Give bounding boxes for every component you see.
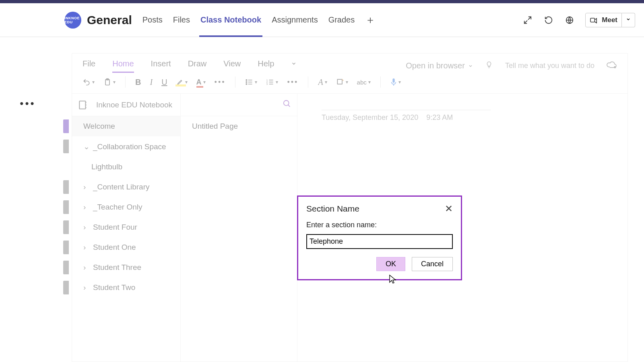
team-avatar[interactable]: INKNOE EDU [64, 12, 81, 29]
svg-point-5 [246, 80, 248, 81]
search-icon[interactable] [283, 99, 291, 110]
chevron-right-icon: › [83, 183, 89, 191]
onenote-ribbon-tabs: File Home Insert Draw View Help Open in … [72, 53, 627, 72]
channel-name: General [87, 13, 132, 27]
section-student-one[interactable]: ›Student One [72, 237, 180, 257]
sync-status-icon[interactable] [607, 60, 617, 71]
bullet-list-button[interactable]: ▾ [245, 78, 257, 86]
section-student-two[interactable]: ›Student Two [72, 278, 180, 298]
numbered-list-icon: 123 [266, 78, 274, 86]
section-student-three[interactable]: ›Student Three [72, 257, 180, 278]
title-underline [322, 110, 491, 110]
section-welcome[interactable]: Welcome [72, 116, 180, 136]
paragraph-more-icon[interactable]: ••• [287, 78, 298, 86]
more-apps-icon[interactable]: ••• [20, 97, 35, 110]
bullet-list-icon [245, 78, 253, 86]
reload-icon[interactable] [543, 15, 554, 25]
section-lightbulb[interactable]: Lightbulb [72, 157, 180, 177]
tab-class-notebook[interactable]: Class Notebook [200, 3, 261, 37]
notebook-header: Inknoe EDU Notebook [72, 94, 180, 116]
add-tab-icon[interactable]: ＋ [365, 13, 376, 27]
chevron-down-icon: ▾ [113, 79, 116, 85]
spellcheck-button[interactable]: abc ▾ [357, 79, 371, 86]
close-icon[interactable]: ✕ [445, 204, 453, 214]
ok-button[interactable]: OK [376, 257, 405, 271]
page-untitled[interactable]: Untitled Page [181, 116, 297, 136]
ribbon-more-icon[interactable] [291, 59, 297, 72]
chevron-down-icon: ▾ [203, 79, 206, 85]
notebook-nav: Inknoe EDU Notebook Welcome ⌄_Collaborat… [72, 94, 297, 362]
dialog-title: Section Name [306, 204, 359, 214]
tab-content-area: File Home Insert Draw View Help Open in … [56, 37, 644, 362]
numbered-list-button[interactable]: 123 ▾ [266, 78, 278, 86]
channel-tabs: Posts Files Class Notebook Assignments G… [142, 3, 376, 37]
meet-dropdown[interactable] [622, 13, 635, 27]
cancel-button[interactable]: Cancel [412, 257, 453, 271]
globe-icon[interactable] [564, 15, 575, 25]
italic-button[interactable]: I [150, 78, 153, 87]
meet-button[interactable]: Meet [585, 13, 622, 27]
team-avatar-text: INKNOE EDU [64, 16, 81, 24]
styles-button[interactable]: A ▾ [318, 78, 327, 87]
section-collaboration-space[interactable]: ⌄_Collaboration Space [72, 136, 180, 157]
styles-icon: A [318, 78, 323, 87]
section-name-dialog: Section Name ✕ Enter a section name: OK … [297, 195, 462, 280]
header-actions: Meet [522, 13, 635, 27]
chevron-down-icon [291, 61, 297, 66]
ribbon-home[interactable]: Home [112, 59, 134, 72]
chevron-down-icon: ▾ [346, 79, 348, 85]
page-time: 9:23 AM [426, 113, 453, 122]
ribbon-draw[interactable]: Draw [188, 59, 207, 72]
svg-rect-13 [79, 101, 85, 109]
open-in-browser-button[interactable]: Open in browser [406, 61, 473, 70]
ribbon-insert[interactable]: Insert [151, 59, 171, 72]
teams-channel-header: INKNOE EDU General Posts Files Class Not… [0, 3, 644, 37]
svg-point-6 [246, 82, 248, 83]
section-content-library[interactable]: ›_Content Library [72, 177, 180, 197]
ribbon-help[interactable]: Help [258, 59, 274, 72]
clipboard-icon [103, 78, 111, 86]
chevron-down-icon: ▾ [325, 79, 327, 85]
lightbulb-icon [485, 61, 493, 71]
chevron-down-icon: ▾ [276, 79, 278, 85]
highlight-button[interactable]: ▾ [176, 78, 188, 86]
expand-icon[interactable] [522, 15, 533, 25]
chevron-down-icon [468, 64, 473, 68]
font-options-more-icon[interactable]: ••• [215, 78, 226, 86]
svg-point-7 [246, 84, 248, 85]
ribbon-file[interactable]: File [83, 59, 95, 72]
ribbon-view[interactable]: View [223, 59, 241, 72]
chevron-right-icon: › [83, 243, 89, 252]
bold-button[interactable]: B [135, 78, 141, 87]
left-app-rail: ••• [0, 37, 56, 362]
microphone-icon [390, 78, 397, 86]
page-date: Tuesday, September 15, 2020 [322, 113, 418, 122]
undo-button[interactable]: ▾ [83, 78, 95, 86]
undo-icon [83, 78, 91, 86]
video-icon [590, 17, 598, 23]
underline-button[interactable]: U [161, 78, 167, 87]
tell-me-search[interactable]: Tell me what you want to do [505, 62, 594, 70]
toolbar-separator [380, 76, 381, 88]
tab-posts[interactable]: Posts [142, 3, 163, 37]
chevron-right-icon: › [83, 283, 89, 292]
svg-point-14 [284, 101, 289, 106]
notebook-title[interactable]: Inknoe EDU Notebook [94, 101, 175, 109]
notebook-icon[interactable] [78, 100, 88, 110]
dictate-button[interactable]: ▾ [390, 78, 401, 86]
section-teacher-only[interactable]: ›_Teacher Only [72, 197, 180, 217]
paste-button[interactable]: ▾ [103, 78, 116, 86]
chevron-down-icon: ▾ [255, 79, 257, 85]
sections-pane: Inknoe EDU Notebook Welcome ⌄_Collaborat… [72, 94, 181, 362]
pages-pane: Untitled Page [181, 94, 297, 362]
tab-assignments[interactable]: Assignments [272, 3, 318, 37]
tab-grades[interactable]: Grades [328, 3, 355, 37]
font-color-button[interactable]: A ▾ [196, 78, 206, 86]
section-name-input[interactable] [306, 234, 453, 249]
chevron-down-icon: ▾ [185, 79, 188, 85]
tab-files[interactable]: Files [173, 3, 190, 37]
section-student-four[interactable]: ›Student Four [72, 217, 180, 237]
tags-button[interactable]: ▾ [336, 78, 348, 86]
open-in-browser-label: Open in browser [406, 61, 465, 70]
chevron-right-icon: › [83, 263, 89, 272]
